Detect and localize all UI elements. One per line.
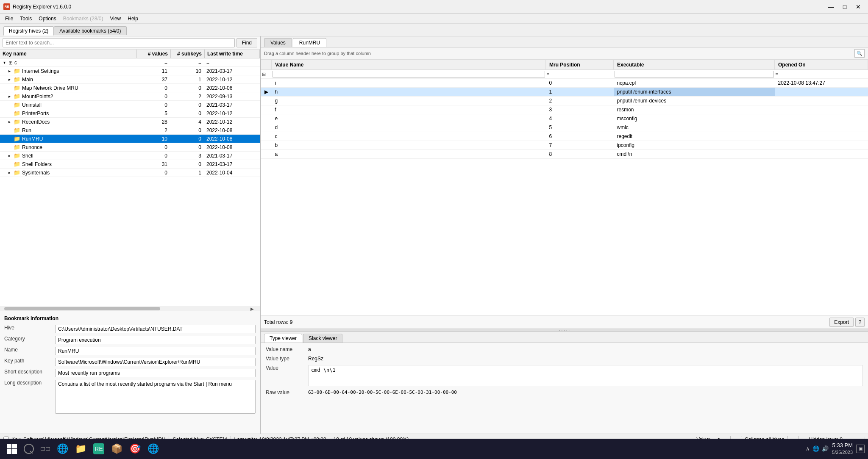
col-mru-position[interactable]: Mru Position bbox=[546, 60, 614, 70]
taskbar-right: ∧ 🌐 🔊 5:33 PM 5/25/2023 ▣ bbox=[806, 442, 865, 456]
main-layout: Find Key name # values # subkeys Last wr… bbox=[0, 36, 868, 434]
minimize-button[interactable]: — bbox=[825, 3, 837, 11]
tree-container: Key name # values # subkeys Last write t… bbox=[0, 50, 260, 306]
table-row[interactable]: g 2 pnputil /enum-devices bbox=[261, 97, 868, 105]
close-button[interactable]: ✕ bbox=[852, 3, 865, 11]
bk-value-hive[interactable] bbox=[55, 325, 256, 333]
detail-value: cmd \n\1 bbox=[308, 365, 863, 386]
filter-value-name[interactable] bbox=[273, 71, 545, 77]
tree-row-run[interactable]: 📁 Run 2 0 2022-10-08 bbox=[0, 126, 260, 135]
menu-view[interactable]: View bbox=[106, 15, 124, 22]
table-row[interactable]: a 8 cmd \n bbox=[261, 150, 868, 159]
col-subkeys[interactable]: # subkeys bbox=[171, 50, 205, 58]
menu-help[interactable]: Help bbox=[124, 15, 142, 22]
taskbar-ie[interactable]: 🌐 bbox=[53, 440, 72, 457]
tab-slack-viewer[interactable]: Slack viewer bbox=[303, 334, 342, 343]
tree-row-printerports[interactable]: 📁 PrinterPorts 5 0 2022-10-12 bbox=[0, 109, 260, 118]
tree-row-recentdocs[interactable]: ▸ 📁 RecentDocs 28 4 2022-10-12 bbox=[0, 118, 260, 126]
expand-arrow[interactable]: ▾ bbox=[3, 60, 8, 65]
menu-tools[interactable]: Tools bbox=[17, 15, 35, 22]
taskbar-app5[interactable]: 🎯 bbox=[126, 440, 144, 457]
taskbar-app6[interactable]: 🌐 bbox=[144, 440, 162, 457]
data-table-container: Value Name Mru Position Executable Opene… bbox=[261, 60, 868, 315]
table-row[interactable]: e 4 msconfig bbox=[261, 114, 868, 123]
taskbar-explorer[interactable]: 📁 bbox=[72, 440, 90, 457]
taskbar-task-view[interactable] bbox=[37, 440, 53, 457]
col-write-time[interactable]: Last write time bbox=[205, 50, 260, 58]
tree-row-shell[interactable]: ▸ 📁 Shell 0 3 2021-03-17 bbox=[0, 152, 260, 160]
horizontal-splitter[interactable]: · · · · · bbox=[261, 329, 868, 332]
tree-row-runonce[interactable]: 📁 Runonce 0 0 2022-10-08 bbox=[0, 143, 260, 152]
tree-row-shell-folders[interactable]: 📁 Shell Folders 31 0 2021-03-17 bbox=[0, 160, 260, 169]
tree-header: Key name # values # subkeys Last write t… bbox=[0, 50, 260, 58]
tab-registry-hives[interactable]: Registry hives (2) bbox=[3, 26, 54, 36]
tab-runmru[interactable]: RunMRU bbox=[293, 38, 326, 47]
tree-row-map-network[interactable]: 📁 Map Network Drive MRU 0 0 2022-10-06 bbox=[0, 84, 260, 92]
restore-button[interactable]: □ bbox=[838, 3, 851, 11]
help-button[interactable]: ? bbox=[855, 318, 865, 327]
detail-content: Value name a Value type RegSz Value cmd … bbox=[261, 343, 868, 402]
col-value-name[interactable]: Value Name bbox=[272, 60, 546, 70]
filter-executable[interactable] bbox=[615, 71, 774, 77]
table-row[interactable]: ▶ h 1 pnputil /enum-interfaces bbox=[261, 88, 868, 97]
search-input[interactable] bbox=[3, 38, 235, 47]
row-label: Main bbox=[22, 77, 33, 83]
bk-value-keypath[interactable] bbox=[55, 358, 256, 366]
bk-value-short-desc[interactable] bbox=[55, 369, 256, 377]
menu-options[interactable]: Options bbox=[35, 15, 59, 22]
folder-icon: 📁 bbox=[14, 144, 20, 150]
tree-row-runmru[interactable]: 📁 RunMRU 10 0 2022-10-08 bbox=[0, 135, 260, 143]
tree-row-internet-settings[interactable]: ▸ 📁 Internet Settings 11 10 2021-03-17 bbox=[0, 67, 260, 75]
taskbar-sound-icon[interactable]: 🔊 bbox=[822, 445, 829, 452]
col-values[interactable]: # values bbox=[137, 50, 171, 58]
row-label: Shell Folders bbox=[22, 161, 52, 167]
row-label: Sysinternals bbox=[22, 170, 50, 176]
taskbar-notification[interactable]: ▣ bbox=[856, 445, 865, 453]
table-row[interactable]: f 3 resmon bbox=[261, 105, 868, 114]
tree-row-sysinternals[interactable]: ▸ 📁 Sysinternals 0 1 2022-10-04 bbox=[0, 169, 260, 177]
tab-type-viewer[interactable]: Type viewer bbox=[264, 334, 302, 343]
table-row[interactable]: i 0 ncpa.cpl 2022-10-08 13:47:27 bbox=[261, 79, 868, 88]
expand-arrow[interactable]: ▸ bbox=[8, 153, 14, 158]
detail-row-value-name: Value name a bbox=[266, 346, 863, 352]
group-search-icon[interactable]: 🔍 bbox=[854, 49, 865, 58]
taskbar-time[interactable]: 5:33 PM 5/25/2023 bbox=[832, 442, 853, 456]
expand-arrow[interactable]: ▸ bbox=[8, 69, 14, 73]
menu-bookmarks: Bookmarks (28/0) bbox=[60, 15, 107, 22]
tab-available-bookmarks[interactable]: Available bookmarks (54/0) bbox=[54, 26, 126, 35]
menu-file[interactable]: File bbox=[2, 15, 17, 22]
expand-arrow[interactable]: ▸ bbox=[8, 77, 14, 82]
bk-label-keypath: Key path bbox=[4, 358, 55, 364]
detail-label-value-type: Value type bbox=[266, 356, 308, 362]
export-button[interactable]: Export bbox=[829, 318, 854, 327]
tree-row-mountpoints2[interactable]: ▸ 📁 MountPoints2 0 2 2022-09-13 bbox=[0, 92, 260, 101]
bk-value-name[interactable] bbox=[55, 347, 256, 355]
tab-values[interactable]: Values bbox=[264, 38, 292, 47]
expand-arrow[interactable]: ▸ bbox=[8, 94, 14, 99]
col-key-name[interactable]: Key name bbox=[0, 50, 137, 58]
taskbar-app4[interactable]: 📦 bbox=[108, 440, 126, 457]
bk-value-long-desc[interactable]: Contains a list of the most recently sta… bbox=[55, 380, 256, 414]
bookmark-info-title: Bookmark information bbox=[4, 315, 256, 321]
col-executable[interactable]: Executable bbox=[614, 60, 775, 70]
detail-pane: Type viewer Slack viewer Value name a Va… bbox=[261, 332, 868, 434]
col-opened-on[interactable]: Opened On bbox=[775, 60, 868, 70]
expand-arrow[interactable]: ▸ bbox=[8, 170, 14, 175]
taskbar-search[interactable] bbox=[20, 440, 37, 457]
table-row[interactable]: c 6 regedit bbox=[261, 132, 868, 141]
taskbar-registry-explorer[interactable]: RE bbox=[90, 440, 108, 457]
table-row[interactable]: b 7 ipconfig bbox=[261, 141, 868, 150]
tree-row-main[interactable]: ▸ 📁 Main 37 1 2022-10-12 bbox=[0, 75, 260, 84]
taskbar-up-arrow[interactable]: ∧ bbox=[806, 445, 810, 452]
find-button[interactable]: Find bbox=[236, 38, 257, 47]
row-label: Internet Settings bbox=[22, 68, 59, 74]
row-label: RunMRU bbox=[22, 136, 43, 142]
expand-arrow[interactable]: ▸ bbox=[8, 119, 14, 124]
tree-row-root[interactable]: ▾ ⊞ c = = = bbox=[0, 58, 260, 67]
table-row[interactable]: d 5 wmic bbox=[261, 123, 868, 132]
taskbar-start[interactable] bbox=[3, 440, 20, 457]
tree-row-uninstall[interactable]: 📁 Uninstall 0 0 2021-03-17 bbox=[0, 101, 260, 109]
col-pin[interactable] bbox=[261, 60, 272, 70]
bk-label-hive: Hive bbox=[4, 325, 55, 331]
bk-value-category[interactable] bbox=[55, 336, 256, 344]
